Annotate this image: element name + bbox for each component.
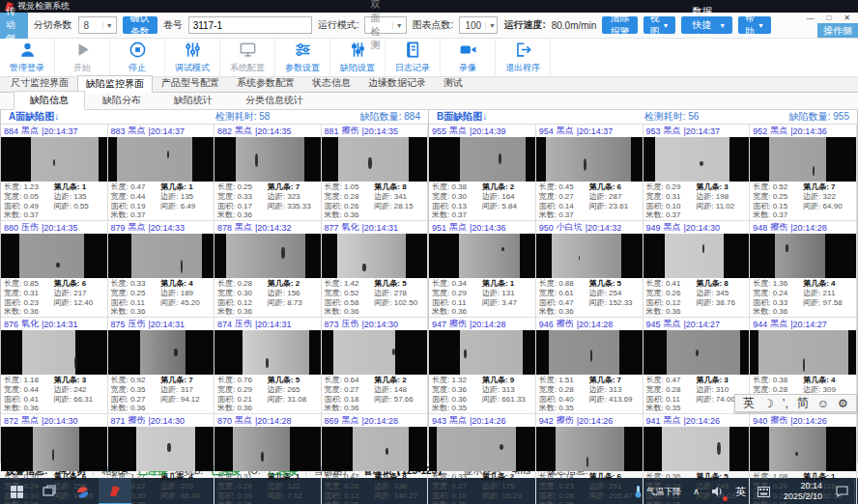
main-tab[interactable]: 系统参数配置 (228, 74, 303, 92)
minimize-button[interactable]: — (806, 14, 814, 22)
defect-stats: 长度: 0.29宽度: 0.31面积: 0.10米数: 0.37第几条: 3边距… (644, 182, 750, 220)
defect-mark (803, 358, 806, 372)
defect-cell[interactable]: 946擦伤|20:14:28长度: 1.51宽度: 0.28面积: 0.40米数… (536, 318, 644, 414)
defect-cell[interactable]: 877氧化|20:14:31长度: 1.42宽度: 0.52面积: 0.58米数… (322, 221, 429, 318)
ime-button[interactable] (752, 478, 776, 504)
data-access-menu-button[interactable]: 数据快捷访问 ▼ (681, 16, 732, 34)
chevron-down-icon: ▼ (663, 22, 670, 29)
defect-id: 872 (4, 416, 18, 426)
action-button-log[interactable]: 日志记录 (386, 39, 441, 76)
close-button[interactable]: ✕ (844, 14, 850, 22)
sub-tab[interactable]: 分类信息统计 (230, 92, 319, 109)
panel-title[interactable]: B面缺陷图↓ (437, 110, 644, 124)
defect-id: 877 (325, 223, 339, 233)
data-access-menu-label: 数据快捷访问 (688, 5, 716, 45)
view-menu-button[interactable]: 视图 ▼ (644, 16, 676, 34)
start-button[interactable] (0, 478, 33, 504)
main-tab[interactable]: 尺寸监控界面 (2, 74, 77, 92)
defect-cell[interactable]: 947擦伤|20:14:28长度: 1.32宽度: 0.36面积: 0.36米数… (429, 318, 536, 414)
sub-tab[interactable]: 缺陷统计 (158, 92, 228, 109)
task-view-button[interactable] (33, 478, 66, 504)
speed-value: 80.0m/min (552, 20, 597, 31)
stat-row: 边距: 265 (268, 385, 318, 395)
defect-cell[interactable]: 884黑点|20:14:37长度: 1.23宽度: 0.05面积: 0.49米数… (1, 125, 108, 221)
main-tab[interactable]: 状态信息 (303, 74, 359, 92)
taskbar-clock[interactable]: 20:14 2025/2/10 (776, 481, 830, 502)
ime-punct-icon[interactable]: ’, (783, 397, 788, 410)
drive-side-button[interactable]: 传动侧 (0, 13, 28, 39)
ime-simplified[interactable]: 简 (797, 395, 809, 411)
confirm-count-button[interactable]: 确认条数 (123, 16, 157, 34)
action-button-camera[interactable]: 录像 (441, 39, 496, 76)
clear-alarm-button[interactable]: 清除报警 (602, 16, 637, 34)
defect-cell[interactable]: 882黑点|20:14:35长度: 0.25宽度: 0.33面积: 0.17米数… (214, 125, 322, 221)
taskbar-active-app-button[interactable] (99, 478, 131, 504)
main-tab[interactable]: 测试 (435, 74, 472, 92)
defect-cell[interactable]: 870黑点|20:14:28长度: 0.31宽度: 0.28面积: 0.09米数… (214, 414, 322, 504)
action-center-button[interactable] (830, 478, 854, 504)
slit-count-select[interactable]: 8 ▼ (78, 16, 117, 34)
sub-tab[interactable]: 缺陷分布 (87, 92, 157, 109)
main-tab[interactable]: 边缘数据记录 (359, 74, 435, 92)
defect-cell[interactable]: 876氧化|20:14:31长度: 1.18宽度: 0.44面积: 0.41米数… (1, 318, 108, 414)
defect-cell[interactable]: 954黑点|20:14:37长度: 0.45宽度: 0.27面积: 0.14米数… (536, 125, 644, 221)
ime-moon-icon[interactable]: ☽ (763, 397, 774, 410)
run-mode-select[interactable]: 双面检测 ▼ (364, 16, 406, 34)
panel-title[interactable]: A面缺陷图↓ (9, 110, 215, 124)
action-button-params[interactable]: 参数设置 (275, 39, 330, 76)
action-button-exit[interactable]: 退出程序 (496, 39, 551, 76)
stat-row: 间距: 5.84 (482, 202, 532, 211)
defect-cell[interactable]: 952黑点|20:14:36长度: 0.52宽度: 0.25面积: 0.15米数… (750, 125, 857, 221)
defect-cell[interactable]: 948擦伤|20:14:28长度: 1.36宽度: 0.24面积: 0.33米数… (750, 221, 857, 318)
stat-row-strip: 第几条: 8 (374, 182, 424, 192)
defect-cell[interactable]: 869黑点|20:14:28长度: 0.42宽度: 0.26面积: 0.12米数… (322, 414, 429, 504)
main-tab[interactable]: 产品型号配置 (153, 74, 228, 92)
stat-row: 间距: 88.40 (160, 491, 211, 501)
weather-widget[interactable]: 气温下降 (628, 478, 687, 504)
main-tab[interactable]: 缺陷监控界面 (77, 75, 153, 93)
action-button-play[interactable]: 开始 (55, 39, 110, 76)
roll-number-input[interactable] (188, 16, 312, 34)
show-desktop-button[interactable] (854, 478, 858, 504)
defect-stats: 长度: 0.45宽度: 0.27面积: 0.14米数: 0.37第几条: 6边距… (536, 182, 643, 220)
volume-button[interactable] (705, 478, 729, 504)
ime-settings-gear-icon[interactable]: ⚙ (838, 397, 848, 410)
action-label: 缺陷设置 (340, 62, 375, 74)
defect-cell[interactable]: 873压伤|20:14:30长度: 0.64宽度: 0.27面积: 0.18米数… (322, 318, 429, 414)
help-menu-button[interactable]: 帮助 ▼ (738, 16, 771, 34)
defect-time: |20:14:35 (42, 223, 77, 233)
keyboard-icon (758, 487, 770, 497)
defect-cell[interactable]: 949黑点|20:14:30长度: 0.41宽度: 0.26面积: 0.12米数… (644, 221, 751, 318)
defect-cell[interactable]: 874压伤|20:14:31长度: 0.76宽度: 0.29面积: 0.21米数… (214, 318, 322, 414)
taskbar-app-button[interactable] (66, 478, 99, 504)
tray-expand-button[interactable]: ∧ (687, 478, 705, 504)
defect-cell[interactable]: 955黑点|20:14:39长度: 0.38宽度: 0.30面积: 0.13米数… (429, 125, 536, 221)
defect-cell[interactable]: 880压伤|20:14:35长度: 0.85宽度: 0.31面积: 0.23米数… (1, 221, 108, 318)
defect-cell[interactable]: 953黑点|20:14:37长度: 0.29宽度: 0.31面积: 0.10米数… (644, 125, 751, 221)
defect-cell[interactable]: 950小白坑|20:14:32长度: 0.88宽度: 0.61面积: 0.47米… (536, 221, 644, 318)
ime-lang-english[interactable]: 英 (743, 395, 755, 411)
action-button-tune[interactable]: 调试模式 (165, 39, 220, 76)
maximize-button[interactable]: □ (826, 14, 831, 22)
action-button-monitor[interactable]: 系统配置 (220, 39, 275, 76)
defect-image (644, 427, 750, 471)
defect-cell[interactable]: 951黑点|20:14:36长度: 0.34宽度: 0.29面积: 0.11米数… (429, 221, 536, 318)
notification-dot (723, 496, 728, 501)
defect-cell-header: 947擦伤|20:14:28 (429, 318, 535, 330)
defect-cell[interactable]: 883黑点|20:14:37长度: 0.47宽度: 0.44面积: 0.19米数… (108, 125, 215, 221)
operator-side-button[interactable]: 操作侧 (817, 23, 858, 38)
sub-tab[interactable]: 缺陷信息 (14, 91, 85, 110)
ime-emoji-icon[interactable]: ☺ (817, 397, 829, 410)
defect-cell[interactable]: 875压伤|20:14:31长度: 0.92宽度: 0.35面积: 0.27米数… (108, 318, 215, 414)
defect-cell[interactable]: 878黑点|20:14:32长度: 0.28宽度: 0.30面积: 0.12米数… (214, 221, 322, 318)
defect-image (429, 427, 535, 471)
defect-cell[interactable]: 943黑点|20:14:26长度: 0.33宽度: 0.27面积: 0.10米数… (429, 414, 536, 504)
chart-points-select[interactable]: 100 ▼ (459, 16, 498, 34)
defect-cell[interactable]: 942擦伤|20:14:26长度: 1.14宽度: 0.23面积: 0.28米数… (536, 414, 644, 504)
defect-cell[interactable]: 879黑点|20:14:33长度: 0.33宽度: 0.25面积: 0.11米数… (108, 221, 215, 318)
language-indicator[interactable]: 英 (729, 478, 752, 504)
action-button-stop[interactable]: 停止 (110, 39, 165, 76)
stats-left-column: 长度: 0.28宽度: 0.30面积: 0.12米数: 0.36 (217, 279, 268, 317)
defect-cell[interactable]: 881擦伤|20:14:35长度: 1.05宽度: 0.28面积: 0.26米数… (322, 125, 429, 221)
stat-row: 边距: 203 (160, 482, 211, 491)
